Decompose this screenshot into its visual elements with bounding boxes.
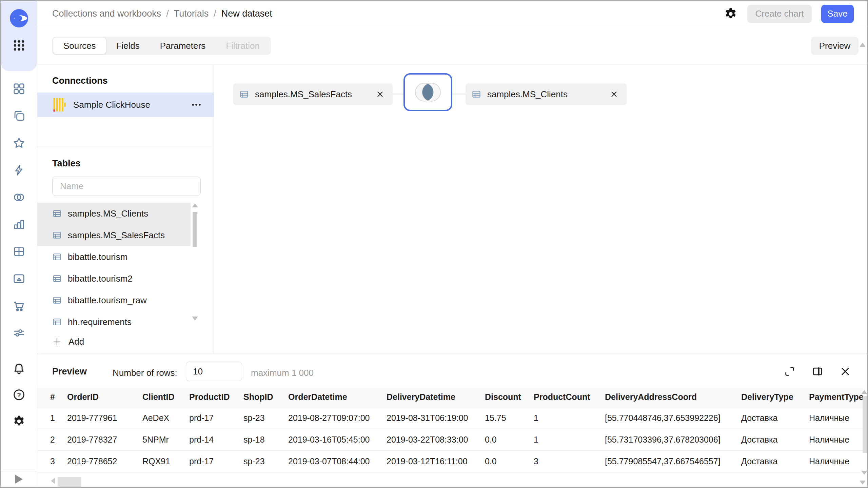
table-icon <box>52 296 62 305</box>
table-list-item[interactable]: hh.requirements <box>37 311 191 333</box>
source-name: samples.MS_SalesFacts <box>255 89 370 100</box>
workbooks-grid-icon[interactable] <box>1 75 37 102</box>
services-sliders-icon[interactable] <box>1 319 37 346</box>
preview-table-cell: 2019-777961 <box>62 407 138 429</box>
datasets-venn-icon[interactable] <box>1 184 37 211</box>
table-list-item[interactable]: bibattle.tourism2 <box>37 268 191 289</box>
preview-table-cell: RQX91 <box>138 450 184 472</box>
table-icon <box>52 317 62 327</box>
create-chart-button[interactable]: Create chart <box>747 5 812 23</box>
page-scroll-down-arrow-icon[interactable] <box>860 481 866 485</box>
preview-table-cell: 2019-08-27T09:07:00 <box>283 407 382 429</box>
preview-table-cell: 1 <box>529 429 600 450</box>
preview-table-cell: sp-18 <box>239 429 283 450</box>
charts-bar-icon[interactable] <box>1 211 37 238</box>
table-list-item[interactable]: bibattle.tourism <box>37 246 191 268</box>
split-view-icon[interactable] <box>811 365 824 378</box>
topbar-actions: Create chart Save <box>724 5 854 23</box>
preview-table-cell: sp-23 <box>239 407 283 429</box>
dataset-settings-gear-icon[interactable] <box>724 7 738 21</box>
add-table-button[interactable]: Add <box>52 337 84 347</box>
preview-toggle-button[interactable]: Preview <box>811 37 859 55</box>
scroll-down-arrow-icon[interactable] <box>192 317 198 321</box>
source-chip-clients[interactable]: samples.MS_Clients <box>466 83 627 105</box>
tab[interactable]: Filtration <box>216 38 270 54</box>
preview-table-cell: 3 <box>529 450 600 472</box>
preview-column-header: ProductCount <box>529 387 600 407</box>
rows-count-label: Number of rows: <box>113 368 177 378</box>
table-name: bibattle.tourism <box>68 252 127 262</box>
remove-source-close-icon[interactable] <box>610 90 618 99</box>
apps-grid-icon[interactable] <box>9 35 29 56</box>
preview-column-header: OrderID <box>62 387 138 407</box>
join-type-node[interactable] <box>403 73 452 111</box>
preview-column-header: DeliveryAddressCoord <box>600 387 736 407</box>
close-preview-icon[interactable] <box>839 365 852 378</box>
page-scroll-up-arrow-icon[interactable] <box>860 43 866 47</box>
preview-column-header: OrderDatetime <box>283 387 382 407</box>
table-list-scrollbar[interactable] <box>192 203 198 333</box>
table-search-input[interactable] <box>52 177 201 196</box>
breadcrumb-separator: / <box>214 8 216 19</box>
vscroll-down-arrow-icon[interactable] <box>861 471 867 475</box>
connections-bolt-icon[interactable] <box>1 157 37 184</box>
preview-controls <box>783 365 852 378</box>
preview-table-cell: [55.731703396,37.678203006] <box>600 429 736 450</box>
connection-item-sample-clickhouse[interactable]: Sample ClickHouse <box>37 93 214 117</box>
preview-table-cell: Наличные <box>804 450 863 472</box>
datalens-logo[interactable] <box>9 8 29 28</box>
preview-column-header: DeliveryType <box>736 387 804 407</box>
table-name: samples.MS_Clients <box>68 208 148 219</box>
remove-source-close-icon[interactable] <box>376 90 384 99</box>
connection-menu-ellipsis-icon[interactable] <box>191 99 202 110</box>
tab[interactable]: Fields <box>106 38 150 54</box>
tab[interactable]: Parameters <box>150 38 216 54</box>
preview-table-row: 22019-7783275NPMrprd-14sp-182019-03-16T0… <box>37 429 863 450</box>
preview-column-header: DeliveryDatetime <box>382 387 480 407</box>
rows-count-input[interactable] <box>186 362 242 381</box>
notifications-bell-icon[interactable] <box>1 355 37 382</box>
page-title: New dataset <box>221 8 272 19</box>
connections-title: Connections <box>52 76 108 86</box>
dashboards-table-icon[interactable] <box>1 238 37 265</box>
preview-table-cell: 2019-778327 <box>62 429 138 450</box>
tab[interactable]: Sources <box>53 38 106 54</box>
favorites-star-icon[interactable] <box>1 129 37 157</box>
scrollbar-thumb[interactable] <box>193 212 197 247</box>
preview-table-cell: 1 <box>529 407 600 429</box>
table-name: bibattle.tourism_raw <box>68 295 147 306</box>
preview-title: Preview <box>52 366 87 377</box>
tab-group: Sources Fields Parameters Filtration <box>52 37 271 55</box>
breadcrumb: Collections and workbooks / Tutorials / … <box>52 8 272 19</box>
sidebar-nav <box>1 75 37 346</box>
save-button[interactable]: Save <box>821 5 854 23</box>
breadcrumb-collections[interactable]: Collections and workbooks <box>52 8 161 19</box>
sidebar-bottom: ? <box>1 355 37 434</box>
breadcrumb-tutorials[interactable]: Tutorials <box>174 8 209 19</box>
table-list-item[interactable]: samples.MS_SalesFacts <box>37 224 191 246</box>
help-icon[interactable]: ? <box>1 382 37 408</box>
sidebar-expand-button[interactable] <box>1 471 37 487</box>
topbar: Collections and workbooks / Tutorials / … <box>37 1 868 27</box>
preview-table-cell: 2019-03-07T08:44:00 <box>283 450 382 472</box>
preview-table-cell: 2 <box>37 429 62 450</box>
collections-icon[interactable] <box>1 102 37 129</box>
table-list-item[interactable]: samples.MS_Clients <box>37 203 191 224</box>
preview-table-cell: 3 <box>37 450 62 472</box>
hscrollbar-thumb[interactable] <box>58 477 81 487</box>
marketplace-cart-icon[interactable] <box>1 292 37 319</box>
maximize-icon[interactable] <box>783 365 796 378</box>
preview-table-cell: AeDeX <box>138 407 184 429</box>
vscroll-up-arrow-icon[interactable] <box>861 390 867 394</box>
settings-gear-icon[interactable] <box>1 408 37 434</box>
source-chip-salesfacts[interactable]: samples.MS_SalesFacts <box>233 83 393 105</box>
preview-table-cell: 0.0 <box>480 450 529 472</box>
table-list-item[interactable]: bibattle.tourism_raw <box>37 289 191 311</box>
hscroll-left-arrow-icon[interactable] <box>51 478 55 484</box>
preview-table: # OrderID ClientID ProductID ShopID Orde… <box>37 387 863 472</box>
breadcrumb-separator: / <box>166 8 169 19</box>
gallery-folder-icon[interactable] <box>1 265 37 292</box>
scroll-up-arrow-icon[interactable] <box>192 203 198 207</box>
panel-divider <box>37 147 214 147</box>
vscrollbar-thumb[interactable] <box>863 396 868 453</box>
